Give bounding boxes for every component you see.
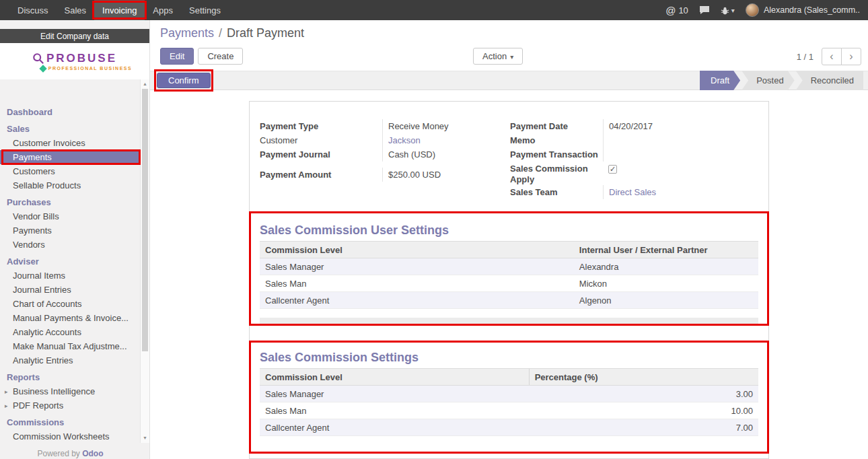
payment-form: Payment Type Receive Money Customer Jack… — [260, 119, 758, 199]
payment-date-value: 04/20/2017 — [603, 119, 758, 133]
sidebar-item-commission-worksheets[interactable]: Commission Worksheets — [0, 429, 141, 442]
caret-down-icon: ▾ — [731, 7, 735, 14]
menu-apps[interactable]: Apps — [145, 0, 181, 20]
sidebar-item-vendor-bills[interactable]: Vendor Bills — [0, 209, 141, 223]
menu-sales[interactable]: Sales — [57, 0, 95, 20]
sidebar-item-analytic-entries[interactable]: Analytic Entries — [0, 353, 141, 367]
breadcrumb-payments-link[interactable]: Payments — [160, 26, 214, 40]
menu-discuss[interactable]: Discuss — [9, 0, 57, 20]
logo-subtitle: PROFESSIONAL BUSINESS — [48, 66, 132, 71]
sidebar-item-pdf-reports[interactable]: ▸ PDF Reports — [0, 398, 141, 413]
menu-settings[interactable]: Settings — [181, 0, 229, 20]
sidebar: Edit Company data PROBUSE PROFESSIONAL B… — [0, 20, 150, 459]
user-settings-section: Sales Commission User Settings Commissio… — [250, 223, 768, 324]
bug-icon — [721, 6, 729, 15]
menu-invoicing[interactable]: Invoicing — [94, 0, 145, 20]
sales-team-label: Sales Team — [510, 185, 603, 198]
odoo-screen: Discuss Sales Invoicing Apps Settings @ … — [0, 0, 868, 459]
sidebar-item-customers[interactable]: Customers — [0, 164, 141, 178]
edit-company-button[interactable]: Edit Company data — [0, 29, 149, 43]
table-row[interactable]: Sales Manager Alexandra — [260, 258, 758, 275]
payment-transaction-label: Payment Transaction — [510, 147, 603, 160]
odoo-brand-link[interactable]: Odoo — [82, 449, 103, 458]
sales-team-link[interactable]: Direct Sales — [609, 187, 656, 197]
expand-arrow-icon: ▸ — [5, 401, 8, 411]
expand-arrow-icon: ▸ — [5, 387, 8, 397]
diamond-icon — [39, 65, 46, 72]
magnifier-icon — [32, 52, 44, 65]
user-name: Alexandra (Sales_comm.. — [764, 5, 860, 15]
sidebar-heading-purchases: Purchases — [0, 195, 141, 209]
sidebar-item-vendors[interactable]: Vendors — [0, 238, 141, 252]
table-row[interactable]: Callcenter Agent 7.00 — [260, 419, 758, 436]
avatar — [746, 3, 759, 17]
column-commission-level: Commission Level — [260, 369, 529, 386]
action-dropdown-wrap: Action▾ — [473, 48, 523, 65]
commission-settings-title: Sales Commission Settings — [260, 350, 758, 365]
form-sheet: Payment Type Receive Money Customer Jack… — [249, 101, 769, 459]
sidebar-item-chart-of-accounts[interactable]: Chart of Accounts — [0, 297, 141, 311]
form-spacer — [260, 162, 501, 168]
cell-user: Algenon — [574, 292, 758, 309]
customer-label: Customer — [260, 133, 382, 146]
chat-icon[interactable] — [699, 5, 710, 15]
create-button[interactable]: Create — [198, 48, 243, 65]
table-row[interactable]: Sales Man Mickon — [260, 275, 758, 292]
payment-journal-value: Cash (USD) — [382, 147, 501, 162]
scrollbar-thumb[interactable] — [142, 89, 148, 351]
sidebar-item-purchase-payments[interactable]: Payments — [0, 223, 141, 238]
sidebar-item-journal-items[interactable]: Journal Items — [0, 269, 141, 283]
sidebar-item-sellable-products[interactable]: Sellable Products — [0, 178, 141, 192]
mention-icon: @ — [665, 5, 676, 16]
sidebar-item-pdf-reports-label: PDF Reports — [13, 400, 63, 411]
sidebar-item-dashboard[interactable]: Dashboard — [0, 105, 141, 119]
payment-amount-value: $250.00 USD — [382, 168, 501, 182]
debug-menu[interactable]: ▾ — [721, 6, 735, 15]
sidebar-item-manual-tax-adjustments[interactable]: Make Manual Tax Adjustme... — [0, 339, 141, 353]
sales-commission-apply-label: Sales Commission Apply — [510, 162, 603, 185]
main-area: Payments/Draft Payment Edit Create Actio… — [150, 20, 868, 459]
mentions-counter[interactable]: @ 10 — [665, 5, 688, 16]
user-menu[interactable]: Alexandra (Sales_comm.. — [746, 3, 860, 17]
sales-commission-apply-checkbox[interactable]: ✓ — [608, 165, 617, 174]
sidebar-item-business-intelligence-label: Business Intelligence — [13, 386, 95, 396]
breadcrumb-separator: / — [219, 26, 222, 40]
company-logo: PROBUSE PROFESSIONAL BUSINESS — [0, 43, 149, 79]
scroll-down-icon[interactable]: ▼ — [141, 434, 149, 442]
confirm-button[interactable]: Confirm — [157, 73, 211, 88]
table-header-row: Commission Level Internal User / Externa… — [260, 242, 758, 258]
customer-link[interactable]: Jackson — [388, 135, 421, 145]
cell-user: Alexandra — [574, 258, 758, 275]
breadcrumb-current: Draft Payment — [227, 26, 304, 40]
sidebar-item-manual-payments[interactable]: Manual Payments & Invoice... — [0, 311, 141, 325]
edit-button[interactable]: Edit — [160, 48, 194, 65]
powered-by-odoo: Powered by Odoo — [0, 449, 141, 458]
state-posted: Posted — [742, 71, 794, 90]
pager-previous-button[interactable]: ‹ — [822, 48, 842, 65]
sidebar-item-customer-invoices[interactable]: Customer Invoices — [0, 136, 141, 150]
column-internal-user: Internal User / External Partner — [574, 242, 758, 258]
cell-level: Callcenter Agent — [260, 419, 529, 436]
scroll-up-icon[interactable]: ▲ — [141, 80, 149, 88]
commission-settings-section: Sales Commission Settings Commission Lev… — [250, 350, 768, 436]
table-row[interactable]: Callcenter Agent Algenon — [260, 292, 758, 309]
sidebar-item-analytic-accounts[interactable]: Analytic Accounts — [0, 325, 141, 339]
cell-percentage: 7.00 — [529, 419, 758, 436]
memo-label: Memo — [510, 133, 603, 146]
action-dropdown[interactable]: Action▾ — [473, 48, 523, 65]
sidebar-item-business-intelligence[interactable]: ▸ Business Intelligence — [0, 384, 141, 398]
statusbar: Confirm Draft Posted Reconciled — [150, 71, 868, 90]
cell-percentage: 3.00 — [529, 386, 758, 402]
cell-level: Sales Manager — [260, 386, 529, 402]
table-row[interactable]: Sales Manager 3.00 — [260, 386, 758, 402]
topbar: Discuss Sales Invoicing Apps Settings @ … — [0, 0, 868, 20]
sidebar-item-journal-entries[interactable]: Journal Entries — [0, 283, 141, 297]
sidebar-scrollbar[interactable]: ▲ ▼ — [140, 79, 149, 443]
sidebar-item-payments[interactable]: Payments — [0, 150, 141, 164]
payment-type-label: Payment Type — [260, 119, 382, 132]
table-row[interactable]: Sales Man 10.00 — [260, 402, 758, 419]
pager-counter: 1 / 1 — [797, 52, 813, 62]
pager-next-button[interactable]: › — [841, 48, 861, 65]
topbar-right: @ 10 ▾ Alexandra (Sales_comm.. — [665, 0, 868, 20]
sidebar-heading-commissions: Commissions — [0, 415, 141, 429]
